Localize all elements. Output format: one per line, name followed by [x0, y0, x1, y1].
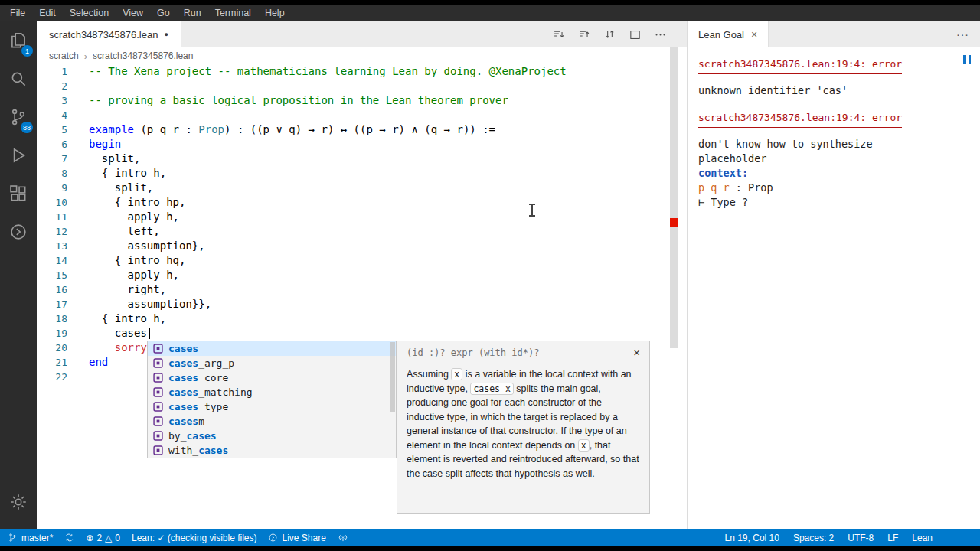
menu-go[interactable]: Go: [150, 5, 177, 21]
line-number: 14: [37, 253, 67, 268]
line-number: 9: [37, 181, 67, 195]
code-line[interactable]: 6begin: [37, 137, 687, 152]
suggestion-item[interactable]: cases_matching: [148, 385, 396, 399]
line-number: 16: [37, 282, 67, 297]
tactic-signature: (id :)? expr (with id*)?: [407, 347, 539, 358]
pause-updating-icon[interactable]: [963, 55, 971, 64]
status-bar: master* ⊗ 2 △ 0 Lean: ✓ (checking visibl…: [0, 529, 980, 546]
tab-scratch-file[interactable]: scratch3487345876.lean ●: [37, 21, 181, 47]
line-number: 17: [37, 297, 67, 311]
code-text: split,: [67, 152, 140, 166]
encoding-setting[interactable]: UTF-8: [848, 533, 874, 543]
sync-button[interactable]: [64, 533, 74, 543]
suggestion-item[interactable]: with_cases: [148, 443, 396, 458]
line-number: 8: [37, 166, 67, 181]
menu-run[interactable]: Run: [177, 5, 208, 21]
error-location-link[interactable]: scratch3487345876.lean:19:4: error: [698, 57, 902, 74]
code-line[interactable]: 14 { intro hq,: [37, 253, 687, 268]
breadcrumb-file[interactable]: scratch3487345876.lean: [93, 51, 193, 61]
code-text: assumption},: [67, 239, 205, 253]
code-line[interactable]: 13 assumption},: [37, 239, 687, 253]
menu-edit[interactable]: Edit: [32, 5, 63, 21]
suggestion-item[interactable]: by_cases: [148, 429, 396, 443]
code-text: left,: [67, 224, 160, 239]
suggestion-item[interactable]: casesm: [148, 414, 396, 429]
code-line[interactable]: 8 { intro h,: [37, 166, 687, 181]
code-line[interactable]: 16 right,: [37, 282, 687, 297]
code-line[interactable]: 2: [37, 79, 687, 93]
close-icon[interactable]: ×: [751, 28, 757, 41]
code-text: { intro h,: [67, 166, 166, 181]
split-editor-icon[interactable]: [629, 28, 642, 41]
language-mode[interactable]: Lean: [912, 533, 933, 543]
activity-search[interactable]: [0, 60, 37, 98]
code-line[interactable]: 9 split,: [37, 181, 687, 195]
menu-help[interactable]: Help: [258, 5, 292, 21]
menu-terminal[interactable]: Terminal: [208, 5, 258, 21]
close-icon[interactable]: ×: [633, 347, 640, 358]
activity-run-debug[interactable]: [0, 136, 37, 174]
snippet-icon: [152, 401, 164, 412]
code-line[interactable]: 4: [37, 108, 687, 122]
breadcrumb-folder[interactable]: scratch: [49, 51, 79, 61]
snippet-icon: [152, 445, 164, 456]
panel-body: scratch3487345876.lean:19:4: error unkno…: [688, 47, 980, 529]
cursor-position[interactable]: Ln 19, Col 10: [725, 533, 779, 543]
error-location-link[interactable]: scratch3487345876.lean:19:4: error: [698, 110, 902, 128]
indentation-setting[interactable]: Spaces: 2: [793, 533, 834, 543]
suggestion-item[interactable]: cases: [148, 341, 396, 356]
activity-source-control[interactable]: 88: [0, 98, 37, 136]
problems-indicator[interactable]: ⊗ 2 △ 0: [86, 533, 120, 543]
code-line[interactable]: 12 left,: [37, 224, 687, 239]
code-text: begin: [67, 137, 121, 152]
sync-icon: [64, 533, 74, 543]
code-line[interactable]: 18 { intro h,: [37, 311, 687, 326]
lean-status[interactable]: Lean: ✓ (checking visible files): [132, 533, 256, 543]
code-line[interactable]: 15 apply h,: [37, 268, 687, 282]
menu-bar: File Edit Selection View Go Run Terminal…: [0, 5, 980, 21]
editor-scrollbar[interactable]: [670, 47, 678, 348]
settings-gear[interactable]: [0, 483, 37, 521]
code-line[interactable]: 7 split,: [37, 152, 687, 166]
menu-file[interactable]: File: [3, 5, 32, 21]
swap-arrows-icon[interactable]: [603, 28, 616, 41]
line-number: 18: [37, 311, 67, 326]
activity-explorer[interactable]: 1: [0, 21, 37, 60]
tab-title: scratch3487345876.lean: [49, 29, 158, 41]
code-line[interactable]: 19 cases: [37, 326, 687, 341]
sort-lines-icon[interactable]: [553, 28, 566, 41]
more-actions-icon[interactable]: [654, 28, 667, 41]
sort-lines-reverse-icon[interactable]: [578, 28, 591, 41]
tab-lean-goal[interactable]: Lean Goal ×: [688, 21, 769, 47]
snippet-icon: [152, 386, 164, 398]
error-message: unknown identifier 'cas': [698, 83, 969, 98]
line-number: 6: [37, 137, 67, 152]
code-line[interactable]: 17 assumption}},: [37, 297, 687, 311]
broadcast-icon: [338, 533, 348, 543]
menu-view[interactable]: View: [116, 5, 150, 21]
panel-more-actions-icon[interactable]: ···: [956, 28, 980, 41]
branch-status[interactable]: master*: [8, 533, 53, 543]
lean-goal-panel: Lean Goal × ··· scratch3487345876.lean:1…: [687, 21, 980, 529]
line-number: 22: [37, 370, 67, 384]
suggestion-item[interactable]: cases_core: [148, 370, 396, 385]
line-number: 5: [37, 122, 67, 137]
menu-selection[interactable]: Selection: [63, 5, 116, 21]
eol-setting[interactable]: LF: [887, 533, 898, 543]
code-line[interactable]: 3-- proving a basic logical proposition …: [37, 93, 687, 108]
activity-extensions[interactable]: [0, 174, 37, 213]
suggest-scrollbar[interactable]: [390, 342, 395, 412]
activity-live-share[interactable]: [0, 213, 37, 251]
code-line[interactable]: 11 apply h,: [37, 210, 687, 224]
broadcast-button[interactable]: [338, 533, 348, 543]
code-line[interactable]: 5example (p q r : Prop) : ((p ∨ q) → r) …: [37, 122, 687, 137]
extensions-icon: [8, 184, 28, 204]
dirty-indicator-icon[interactable]: ●: [164, 31, 168, 38]
live-share-button[interactable]: Live Share: [268, 533, 325, 543]
suggestion-item[interactable]: cases_arg_p: [148, 356, 396, 370]
code-line[interactable]: 10 { intro hp,: [37, 195, 687, 210]
suggestion-item[interactable]: cases_type: [148, 399, 396, 414]
line-number: 4: [37, 108, 67, 122]
code-line[interactable]: 1-- The Xena project -- mathematicians l…: [37, 64, 687, 79]
sorry-token: sorry: [115, 341, 147, 354]
